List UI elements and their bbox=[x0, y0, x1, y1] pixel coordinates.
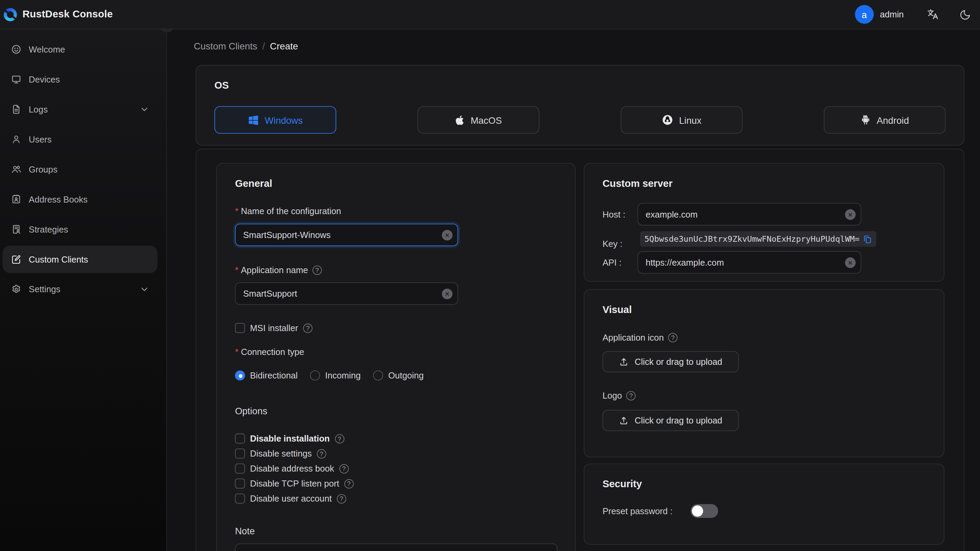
option-disable-tcp-listen-port[interactable]: Disable TCP listen port ? bbox=[235, 476, 353, 491]
sidebar-item-label: Settings bbox=[29, 284, 60, 294]
logo-upload-button[interactable]: Click or drag to upload bbox=[603, 410, 739, 431]
help-icon[interactable]: ? bbox=[317, 449, 326, 458]
logo-label: Logo ? bbox=[603, 390, 636, 400]
checkbox[interactable] bbox=[235, 434, 245, 444]
help-icon[interactable]: ? bbox=[344, 479, 353, 488]
file-text-icon bbox=[11, 104, 21, 114]
key-value: 5Qbwsde3unUcJBtrx9ZkvUmwFNoExHzpryHuPUdq… bbox=[644, 234, 860, 244]
os-button-macos[interactable]: MacOS bbox=[417, 106, 539, 134]
help-icon[interactable]: ? bbox=[668, 333, 677, 342]
radio-icon[interactable] bbox=[373, 370, 383, 380]
os-button-label: MacOS bbox=[471, 115, 502, 125]
radio-outgoing[interactable]: Outgoing bbox=[373, 370, 423, 380]
sidebar-item-label: Address Books bbox=[29, 194, 88, 204]
checkbox[interactable] bbox=[235, 494, 245, 503]
radio-icon[interactable] bbox=[310, 370, 320, 380]
api-input[interactable] bbox=[638, 251, 861, 274]
sidebar-item-strategies[interactable]: Strategies bbox=[0, 214, 166, 244]
option-disable-address-book[interactable]: Disable address book ? bbox=[235, 461, 353, 476]
smiley-icon bbox=[11, 44, 21, 54]
sidebar-item-label: Custom Clients bbox=[29, 254, 88, 264]
clear-name-icon[interactable]: ✕ bbox=[442, 230, 452, 240]
sidebar-item-label: Groups bbox=[29, 164, 57, 174]
sidebar-item-label: Welcome bbox=[29, 44, 65, 54]
avatar-initial: a bbox=[862, 9, 867, 20]
help-icon[interactable]: ? bbox=[335, 434, 344, 443]
radio-icon[interactable] bbox=[235, 370, 245, 380]
linux-logo-icon bbox=[662, 114, 673, 126]
sidebar-item-label: Strategies bbox=[29, 225, 68, 234]
preset-password-label: Preset password : bbox=[603, 506, 673, 516]
option-disable-settings[interactable]: Disable settings ? bbox=[235, 446, 353, 461]
api-label: API : bbox=[603, 258, 622, 267]
help-icon[interactable]: ? bbox=[337, 494, 346, 503]
sidebar: Welcome Devices Logs bbox=[0, 29, 167, 551]
custom-server-section: Custom server Host : ✕ Key : 5Qbwsde3unU… bbox=[584, 163, 945, 282]
help-icon[interactable]: ? bbox=[627, 391, 636, 400]
key-value-chip: 5Qbwsde3unUcJBtrx9ZkvUmwFNoExHzpryHuPUdq… bbox=[640, 231, 877, 247]
toggle-knob bbox=[692, 505, 703, 517]
username[interactable]: admin bbox=[880, 9, 904, 19]
sidebar-item-custom-clients[interactable]: Custom Clients bbox=[2, 245, 158, 273]
help-icon[interactable]: ? bbox=[312, 265, 321, 274]
os-heading: OS bbox=[215, 80, 229, 91]
radio-bidirectional[interactable]: Bidirectional bbox=[235, 370, 298, 380]
msi-checkbox[interactable] bbox=[235, 323, 245, 333]
sidebar-item-label: Devices bbox=[29, 74, 60, 84]
msi-installer-option[interactable]: MSI installer ? bbox=[235, 323, 312, 333]
breadcrumb-parent[interactable]: Custom Clients bbox=[194, 41, 257, 51]
connection-type-options: Bidirectional Incoming Outgoing bbox=[235, 370, 423, 380]
clear-app-name-icon[interactable]: ✕ bbox=[442, 288, 452, 299]
radio-incoming[interactable]: Incoming bbox=[310, 370, 361, 380]
clear-host-icon[interactable]: ✕ bbox=[845, 209, 856, 220]
address-book-icon bbox=[11, 194, 21, 204]
option-disable-installation[interactable]: Disable installation ? bbox=[235, 431, 353, 446]
breadcrumb-current: Create bbox=[270, 41, 298, 51]
windows-logo-icon bbox=[248, 115, 258, 125]
sidebar-item-welcome[interactable]: Welcome bbox=[0, 34, 166, 64]
preset-password-toggle[interactable] bbox=[690, 504, 718, 518]
checkbox[interactable] bbox=[235, 478, 245, 488]
note-textarea[interactable] bbox=[235, 543, 557, 551]
upload-label: Click or drag to upload bbox=[635, 357, 722, 366]
user-icon bbox=[11, 134, 21, 144]
custom-server-heading: Custom server bbox=[603, 178, 673, 189]
os-button-windows[interactable]: Windows bbox=[215, 106, 336, 134]
application-icon-label: Application icon ? bbox=[603, 333, 678, 342]
option-disable-user-account[interactable]: Disable user account ? bbox=[235, 491, 353, 506]
os-button-linux[interactable]: Linux bbox=[620, 106, 742, 134]
note-label: Note bbox=[235, 526, 255, 536]
configuration-name-input[interactable] bbox=[235, 224, 458, 246]
topbar-right: a admin bbox=[855, 5, 971, 24]
avatar[interactable]: a bbox=[855, 5, 873, 24]
os-button-android[interactable]: Android bbox=[824, 106, 945, 134]
msi-label: MSI installer bbox=[250, 323, 298, 333]
chevron-down-icon bbox=[140, 285, 149, 293]
host-input[interactable] bbox=[638, 203, 861, 225]
checkbox[interactable] bbox=[235, 463, 245, 473]
dark-mode-icon[interactable] bbox=[959, 8, 972, 21]
upload-label: Click or drag to upload bbox=[635, 415, 722, 425]
sidebar-item-devices[interactable]: Devices bbox=[0, 64, 166, 94]
checkbox[interactable] bbox=[235, 449, 245, 459]
sidebar-item-settings[interactable]: Settings bbox=[0, 274, 166, 304]
os-section: OS Windows MacOS bbox=[196, 65, 964, 146]
required-mark: * bbox=[235, 265, 239, 275]
main-content: Custom Clients / Create OS Windows bbox=[167, 29, 980, 551]
copy-icon[interactable] bbox=[863, 234, 872, 244]
clear-api-icon[interactable]: ✕ bbox=[845, 258, 856, 268]
android-logo-icon bbox=[860, 114, 870, 126]
sidebar-item-users[interactable]: Users bbox=[0, 124, 166, 154]
edit-square-icon bbox=[11, 254, 21, 264]
app-icon-upload-button[interactable]: Click or drag to upload bbox=[603, 351, 739, 372]
application-name-input[interactable] bbox=[235, 282, 458, 305]
language-icon[interactable] bbox=[926, 8, 939, 21]
sidebar-item-logs[interactable]: Logs bbox=[0, 94, 166, 124]
sidebar-item-groups[interactable]: Groups bbox=[0, 154, 166, 185]
options-heading: Options bbox=[235, 405, 267, 416]
security-section: Security Preset password : bbox=[584, 463, 945, 545]
help-icon[interactable]: ? bbox=[303, 323, 312, 333]
strategy-file-icon bbox=[11, 225, 21, 234]
help-icon[interactable]: ? bbox=[339, 464, 348, 473]
sidebar-item-address-books[interactable]: Address Books bbox=[0, 184, 166, 214]
